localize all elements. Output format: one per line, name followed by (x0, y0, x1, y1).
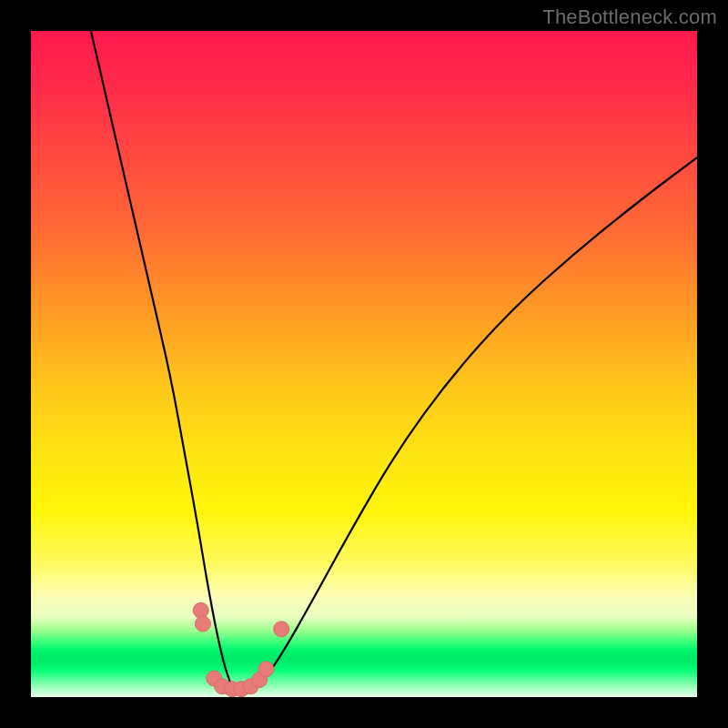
curve-marker (195, 616, 210, 632)
watermark-text: TheBottleneck.com (542, 5, 717, 29)
marker-group (193, 602, 289, 696)
chart-overlay (31, 31, 697, 697)
curve-marker (274, 622, 289, 637)
bottleneck-curve (91, 31, 697, 695)
curve-marker (193, 602, 208, 618)
outer-frame: TheBottleneck.com (0, 0, 728, 728)
curve-marker (258, 662, 274, 677)
